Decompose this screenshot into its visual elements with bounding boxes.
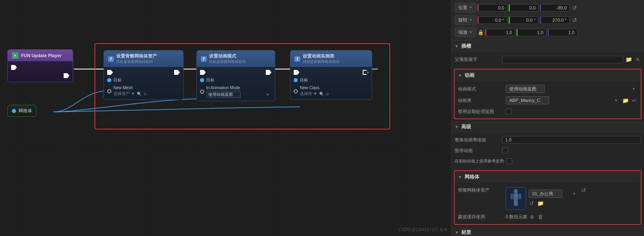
position-reset-button[interactable]: ↺ [571,5,578,11]
anim-mode-select-right[interactable]: 使用动画蓝图 [506,85,545,93]
delete-morph-button[interactable]: 🗑 [537,213,544,221]
material-arrow: ▼ [455,230,459,235]
material-header[interactable]: ▼ 材质 [451,227,644,236]
blueprint-canvas[interactable]: F FUN Update Player 网格体 f 设置骨骼网格体资产 目标是骨… [0,0,451,236]
anim-class-dropdown[interactable]: ABP_Manny_C [506,96,620,104]
advanced-header[interactable]: ▼ 高级 [451,121,644,133]
rotation-x-input[interactable] [478,16,507,24]
anim-section: ▼ 动画 动画模式 使用动画蓝图 动画 [454,69,642,119]
target-pin-in-3[interactable] [294,78,298,82]
set-mesh-exec-out[interactable] [174,70,180,75]
pause-anim-value [502,148,641,153]
position-z-input[interactable] [540,4,570,12]
use-ref-pose-checkbox[interactable] [506,158,512,164]
new-class-pin[interactable] [294,89,298,93]
rotation-z-input[interactable] [540,16,570,24]
f-badge-2: f [201,56,207,62]
pause-anim-label: 暂停动画 [455,148,500,154]
global-rate-label: 整体动画率缩放 [455,137,500,143]
scale-x-input[interactable] [485,29,515,36]
morph-target-row: 蒙皮缓存使用 0 数组元素 ⊕ 🗑 [455,211,641,222]
parent-socket-input[interactable] [502,56,623,63]
disable-post-process-row: 禁用后期处理蓝图 [455,106,641,117]
scale-label[interactable]: 缩放 ▼ [455,28,476,37]
search-icon[interactable]: 🔍 [137,92,142,96]
fun-node-body [8,61,73,82]
mesh-variable-node[interactable]: 网格体 [7,105,37,117]
anim-section-wrapper: ▼ 动画 动画模式 使用动画蓝图 动画 [451,67,644,121]
set-mesh-node[interactable]: f 设置骨骼网格体资产 目标是骨骼网格体组件 目标 New Me [104,50,184,100]
add-morph-button[interactable]: ⊕ [529,213,535,221]
fun-node-header: F FUN Update Player [8,50,73,61]
slot-section-header[interactable]: ▼ 插槽 [451,40,644,52]
target-pin-in[interactable] [107,78,111,82]
skeleton-mesh-select[interactable]: 01_办公男 [529,190,562,198]
pause-anim-checkbox[interactable] [502,148,508,153]
mesh-section-header[interactable]: ▼ 网格体 [455,171,641,183]
set-mesh-exec-in[interactable] [107,70,113,75]
browse-socket-button[interactable]: 📁 [625,56,633,63]
set-anim-class-node[interactable]: f 设置动画实例类 目标是骨骼网格体组件 目标 New Class [290,50,372,100]
anim-class-select[interactable]: ABP_Manny_C [506,96,549,104]
rotation-label[interactable]: 旋转 ▼ [455,15,476,25]
clear-socket-button[interactable]: ✕ [635,56,641,63]
browse-anim-class-button[interactable]: 📁 [621,97,630,104]
f-badge: f [108,56,114,62]
set-anim-mode-node[interactable]: f 设置动画模式 目标是骨骼网格体组件 目标 In Animation Mode [196,50,275,101]
rotation-reset-button[interactable]: ↺ [571,17,578,23]
anim-mode-dropdown-wrapper[interactable]: 使用动画蓝图 [206,91,271,98]
f-badge-3: f [294,56,300,62]
parent-socket-label: 父项套接字 [455,56,500,62]
scale-y-input[interactable] [517,29,546,36]
fun-node-title: FUN Update Player [21,53,62,58]
disable-post-process-checkbox[interactable] [506,109,511,114]
watermark: CSDN @1204157137 肖哥 [398,227,448,233]
set-class-exec-in[interactable] [294,70,299,75]
global-rate-input[interactable] [502,136,641,143]
anim-class-value: ABP_Manny_C 📁 ↩ [506,96,637,104]
anim-mode-pin[interactable] [200,90,204,94]
new-mesh-pin[interactable] [107,89,111,93]
open-anim-class-button[interactable]: ↩ [631,97,637,104]
exec-out-pin[interactable] [64,73,69,78]
select-class-label[interactable]: 选择类 ▼ [300,91,317,97]
skeleton-mesh-dropdown[interactable]: 01_办公男 [529,190,578,198]
select-asset-label[interactable]: 选择资产 ▼ [113,91,135,97]
morph-target-value: 0 数组元素 ⊕ 🗑 [506,213,637,221]
anim-mode-select[interactable]: 使用动画蓝图 [206,91,241,98]
set-anim-mode-body: 目标 In Animation Mode 使用动画蓝图 [197,67,275,101]
set-anim-exec-in[interactable] [200,70,206,75]
anim-mode-dropdown[interactable]: 使用动画蓝图 [506,85,637,93]
fun-update-player-node[interactable]: F FUN Update Player [7,49,73,82]
mesh-output-pin[interactable] [12,109,16,113]
refresh-mesh-button[interactable]: ↺ [529,199,535,207]
search-icon-2[interactable]: 🔍 [319,92,324,96]
new-mesh-label: New Mesh [113,86,180,90]
parent-socket-value: 📁 ✕ [502,56,641,63]
skeleton-svg [508,188,523,209]
position-x-input[interactable] [478,4,507,12]
exec-in-pin-row [11,65,69,70]
target-pin-row-3: 目标 [294,77,368,83]
parent-socket-row: 父项套接字 📁 ✕ [451,54,644,65]
browse-mesh-button[interactable]: 📁 [536,199,545,207]
use-ref-pose-value [506,158,641,164]
anim-mode-pin-label: In Animation Mode [206,86,271,90]
add-icon-2[interactable]: ⊕ [326,92,329,96]
target-pin-row: 目标 [107,77,180,83]
set-mesh-header: f 设置骨骼网格体资产 目标是骨骼网格体组件 [104,51,183,67]
target-pin-in-2[interactable] [200,78,204,82]
position-label[interactable]: 位置 ▼ [455,3,476,12]
set-class-exec-out[interactable] [363,70,368,75]
anim-section-header[interactable]: ▼ 动画 [455,69,641,81]
lock-icon[interactable]: 🔒 [478,30,484,35]
add-icon[interactable]: ⊕ [143,92,147,96]
mesh-reset-button[interactable]: ↺ [580,187,587,194]
position-y-input[interactable] [509,4,538,12]
set-anim-exec-out[interactable] [266,70,271,75]
scale-z-input[interactable] [548,29,577,36]
slot-title: 插槽 [461,43,471,50]
exec-in-pin[interactable] [11,65,17,70]
skeleton-mesh-value: 01_办公男 ↺ 📁 ↺ [506,187,637,210]
rotation-y-input[interactable] [509,16,538,24]
